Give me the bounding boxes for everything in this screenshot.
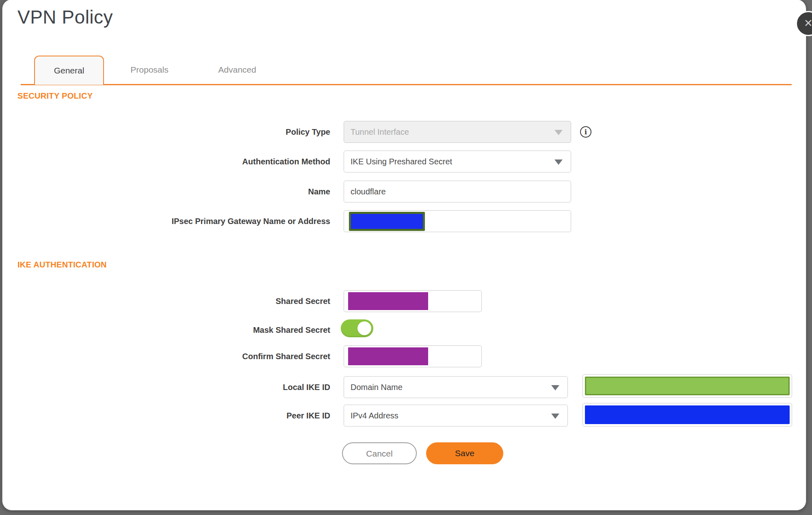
mask-shared-secret-toggle[interactable] [341,319,373,337]
chevron-down-icon [551,414,559,419]
section-heading-security-policy: SECURITY POLICY [17,91,93,101]
cancel-button[interactable]: Cancel [342,442,417,464]
tab-general[interactable]: General [34,56,104,85]
vpn-policy-dialog: VPN Policy General Proposals Advanced SE… [2,0,806,511]
local-ike-id-dropdown[interactable]: Domain Name [344,376,568,398]
peer-ike-id-redacted-value [585,405,790,424]
policy-type-dropdown: Tunnel Interface [344,121,571,143]
section-heading-ike-authentication: IKE AUTHENTICATION [17,260,107,269]
tab-advanced[interactable]: Advanced [197,56,278,86]
peer-ike-id-label: Peer IKE ID [2,405,330,427]
local-ike-id-type: Domain Name [351,383,403,392]
peer-ike-id-dropdown[interactable]: IPv4 Address [344,405,568,427]
gateway-redacted-value [349,212,425,231]
chevron-down-icon [554,130,563,135]
chevron-down-icon [554,159,563,165]
local-ike-id-label: Local IKE ID [2,376,330,398]
authentication-method-label: Authentication Method [2,151,330,172]
local-ike-id-value-input[interactable] [582,374,792,398]
peer-ike-id-value-input[interactable] [582,403,792,427]
toggle-knob [357,321,371,335]
policy-type-label: Policy Type [2,121,330,143]
chevron-down-icon [551,385,559,390]
name-label: Name [2,181,330,203]
confirm-shared-secret-redacted-value [348,347,428,365]
authentication-method-value: IKE Using Preshared Secret [351,157,452,166]
authentication-method-dropdown[interactable]: IKE Using Preshared Secret [344,151,571,172]
policy-type-value: Tunnel Interface [351,127,409,136]
info-icon[interactable]: i [580,126,591,138]
name-input[interactable] [344,181,571,203]
local-ike-id-redacted-value [585,377,790,395]
shared-secret-redacted-value [348,292,428,310]
gateway-label: IPsec Primary Gateway Name or Address [2,210,330,232]
peer-ike-id-type: IPv4 Address [351,411,398,420]
confirm-shared-secret-label: Confirm Shared Secret [2,345,330,367]
page-title: VPN Policy [17,6,113,28]
mask-shared-secret-label: Mask Shared Secret [2,319,330,341]
shared-secret-label: Shared Secret [2,290,330,312]
save-button[interactable]: Save [426,442,503,464]
tab-proposals[interactable]: Proposals [109,56,190,86]
